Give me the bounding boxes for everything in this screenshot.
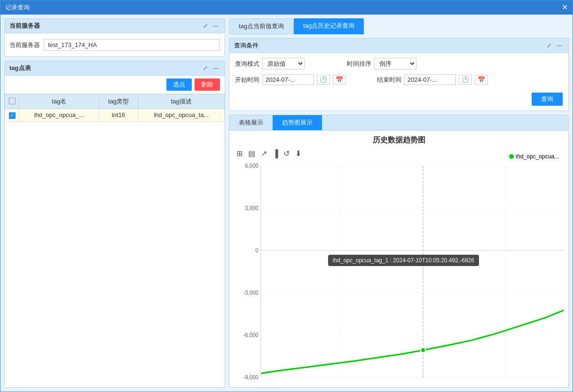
top-tabs: tag点当前值查询 tag点历史记录查询 — [229, 18, 569, 34]
chart-svg: 6,000 3,000 0 -3,000 -6,000 -9,000 — [234, 161, 564, 383]
chart-tabs: 表格展示 趋势图展示 — [229, 115, 568, 131]
qc-expand-icon[interactable]: ⤢ — [545, 41, 553, 50]
start-time-calendar-btn[interactable]: 📅 — [333, 75, 346, 85]
collapse-icon[interactable]: — — [212, 22, 220, 30]
line-tool-icon[interactable]: ↗ — [261, 149, 267, 158]
end-time-clock-btn[interactable]: 🕐 — [459, 75, 472, 85]
time-order-group: 时间排序 倒序 正序 — [347, 58, 416, 70]
query-mode-label: 查询模式 — [235, 60, 259, 68]
expand-icon[interactable]: ⤢ — [201, 22, 210, 30]
tab-current-value[interactable]: tag点当前值查询 — [229, 18, 294, 34]
svg-text:3,000: 3,000 — [245, 205, 259, 211]
tag-expand-icon[interactable]: ⤢ — [201, 64, 210, 72]
start-time-label: 开始时间 — [235, 76, 259, 84]
server-panel: 当前服务器 ⤢ — 当前服务器 — [4, 18, 225, 57]
table-row[interactable]: ✓ ihd_opc_opcua_... int16 ihd_opc_opcua_… — [5, 109, 225, 122]
server-panel-header: 当前服务器 ⤢ — — [5, 19, 225, 33]
server-label: 当前服务器 — [9, 41, 40, 49]
chart-area: 6,000 3,000 0 -3,000 -6,000 -9,000 — [234, 161, 564, 383]
col-tag-name: tag名 — [20, 94, 99, 109]
svg-text:6,000: 6,000 — [245, 163, 259, 169]
chart-title: 历史数据趋势图 — [234, 135, 564, 145]
tab-table-view[interactable]: 表格展示 — [229, 115, 273, 130]
bar-tool-icon[interactable]: ▐ — [273, 149, 278, 158]
download-tool-icon[interactable]: ⬇ — [295, 149, 301, 158]
left-panel: 当前服务器 ⤢ — 当前服务器 tag点表 ⤢ — — [4, 18, 225, 388]
start-time-input[interactable] — [262, 74, 314, 85]
col-tag-type: tag类型 — [99, 94, 138, 109]
tag-table: tag名 tag类型 tag描述 ✓ ihd_opc_opcua_... int… — [5, 94, 225, 122]
header-checkbox[interactable] — [9, 98, 16, 104]
svg-point-17 — [421, 347, 425, 353]
query-fields: 查询模式 原始值 插值 最大值 最小值 平均值 时间排序 倒序 — [229, 53, 568, 90]
row-checkbox[interactable]: ✓ — [9, 112, 16, 119]
svg-text:-9,000: -9,000 — [243, 374, 259, 380]
legend-dot — [509, 154, 514, 159]
query-condition-header: 查询条件 ⤢ — — [229, 39, 568, 53]
server-input[interactable] — [44, 39, 220, 51]
tag-table-header: tag点表 ⤢ — — [5, 61, 225, 76]
query-condition-box: 查询条件 ⤢ — 查询模式 原始值 插值 最大值 最小值 — [229, 38, 569, 111]
col-checkbox — [5, 94, 20, 109]
query-mode-group: 查询模式 原始值 插值 最大值 最小值 平均值 — [235, 58, 305, 70]
query-condition-title: 查询条件 — [234, 41, 259, 50]
main-content: 当前服务器 ⤢ — 当前服务器 tag点表 ⤢ — — [0, 15, 573, 392]
row-tag-name: ihd_opc_opcua_... — [20, 109, 99, 122]
tag-table-panel-icons: ⤢ — — [201, 64, 220, 72]
row-tag-type: int16 — [99, 109, 138, 122]
legend-label: ihd_opc_opcua... — [516, 153, 559, 160]
title-bar: 记录查询 ✕ — [0, 0, 573, 15]
tag-table-title: tag点表 — [9, 64, 31, 72]
end-time-input[interactable] — [404, 74, 456, 85]
refresh-tool-icon[interactable]: ↺ — [283, 149, 290, 158]
chart-container: 历史数据趋势图 ihd_opc_opcua... ⊞ ▤ ↗ ▐ ↺ ⬇ — [229, 131, 568, 387]
query-condition-icons: ⤢ — — [545, 41, 564, 50]
table-tool-icon[interactable]: ▤ — [248, 149, 255, 158]
col-tag-desc: tag描述 — [138, 94, 225, 109]
start-time-clock-btn[interactable]: 🕐 — [317, 75, 330, 85]
start-time-group: 开始时间 🕐 📅 结束时间 🕐 📅 — [235, 74, 563, 85]
row-checkbox-cell: ✓ — [5, 109, 20, 122]
tag-collapse-icon[interactable]: — — [212, 64, 220, 72]
server-panel-icons: ⤢ — — [201, 22, 220, 30]
qc-collapse-icon[interactable]: — — [555, 41, 564, 50]
close-button[interactable]: ✕ — [562, 4, 568, 11]
svg-text:-3,000: -3,000 — [243, 290, 259, 296]
query-btn-row: 查询 — [229, 90, 568, 110]
tag-table-panel: tag点表 ⤢ — 选点 删除 — [4, 61, 225, 388]
delete-button[interactable]: 删除 — [195, 78, 220, 91]
main-window: 记录查询 ✕ 当前服务器 ⤢ — 当前服务器 — [0, 0, 573, 392]
time-order-select[interactable]: 倒序 正序 — [374, 58, 416, 70]
chart-legend: ihd_opc_opcua... — [509, 153, 559, 160]
row-tag-desc: ihd_opc_opcua_ta... — [138, 109, 225, 122]
tag-table-toolbar: 选点 删除 — [5, 76, 225, 94]
end-time-label: 结束时间 — [377, 76, 401, 84]
time-order-label: 时间排序 — [347, 60, 371, 68]
query-mode-select[interactable]: 原始值 插值 最大值 最小值 平均值 — [262, 58, 305, 70]
tab-history-record[interactable]: tag点历史记录查询 — [294, 18, 364, 34]
svg-text:-6,000: -6,000 — [243, 332, 259, 338]
query-button[interactable]: 查询 — [532, 93, 563, 106]
server-panel-title: 当前服务器 — [9, 22, 40, 30]
svg-text:0: 0 — [255, 247, 259, 253]
select-point-button[interactable]: 选点 — [166, 78, 192, 91]
right-panel: tag点当前值查询 tag点历史记录查询 查询条件 ⤢ — — [229, 18, 569, 388]
grid-tool-icon[interactable]: ⊞ — [236, 149, 243, 158]
chart-section: 表格展示 趋势图展示 历史数据趋势图 ihd_opc_opcua... — [229, 115, 569, 388]
end-time-calendar-btn[interactable]: 📅 — [475, 75, 488, 85]
server-box: 当前服务器 — [5, 33, 225, 56]
tab-trend-view[interactable]: 趋势图展示 — [273, 115, 322, 130]
window-title: 记录查询 — [5, 3, 30, 12]
